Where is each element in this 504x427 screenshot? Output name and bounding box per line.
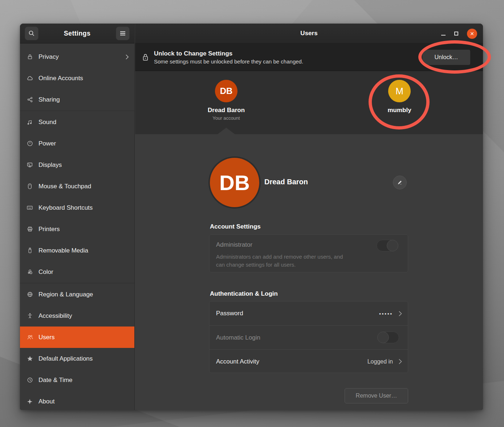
sidebar-item-about[interactable]: About	[20, 391, 134, 410]
color-icon	[26, 269, 34, 275]
sidebar-item-color[interactable]: Color	[20, 261, 134, 283]
automatic-login-toggle[interactable]	[377, 332, 399, 343]
password-row[interactable]: Password •••••	[210, 301, 408, 325]
account-activity-row[interactable]: Account Activity Logged in	[210, 349, 408, 373]
close-button[interactable]: ✕	[467, 29, 477, 39]
keyboard-icon	[26, 205, 34, 210]
user-carousel: DB Dread Baron Your account M mumbly	[135, 71, 483, 134]
sidebar-item-label: Printers	[38, 226, 129, 233]
sidebar-separator	[20, 283, 134, 283]
automatic-login-row: Automatic Login	[210, 325, 408, 349]
chevron-right-icon	[399, 359, 402, 364]
sidebar-item-label: Sound	[38, 119, 129, 126]
toggle-knob	[387, 240, 398, 251]
main-panel: Users ✕ Unlock to Change Settings Some s…	[135, 24, 483, 410]
sidebar-item-users[interactable]: Users	[20, 327, 134, 348]
administrator-toggle[interactable]	[377, 240, 398, 251]
sidebar-item-accessibility[interactable]: Accessibility	[20, 305, 134, 327]
avatar-initials: DB	[219, 171, 250, 195]
account-activity-label: Account Activity	[216, 358, 259, 365]
auth-login-card: Password ••••• Automatic Login Account	[209, 301, 408, 373]
profile-name: Dread Baron	[264, 178, 308, 186]
sidebar-item-label: Accessibility	[38, 312, 129, 320]
profile-avatar[interactable]: DB	[210, 158, 259, 207]
sidebar-item-mouse-touchpad[interactable]: Mouse & Touchpad	[20, 176, 134, 197]
sidebar-item-displays[interactable]: Displays	[20, 154, 134, 176]
sidebar-item-privacy[interactable]: Privacy	[20, 46, 134, 67]
search-button[interactable]	[25, 26, 38, 40]
automatic-login-label: Automatic Login	[216, 334, 260, 341]
avatar-initials: DB	[220, 86, 233, 96]
maximize-button[interactable]	[454, 32, 458, 36]
sidebar-item-online-accounts[interactable]: Online Accounts	[20, 67, 134, 89]
unlock-banner-title: Unlock to Change Settings	[154, 50, 416, 57]
mouse-icon	[26, 183, 34, 189]
sidebar-item-label: Keyboard Shortcuts	[38, 204, 129, 212]
password-dots: •••••	[379, 311, 393, 316]
sidebar-item-date-time[interactable]: Date & Time	[20, 369, 134, 391]
printer-icon	[26, 226, 34, 232]
chevron-right-icon	[126, 54, 129, 59]
sidebar-item-label: Power	[38, 140, 129, 147]
minimize-button[interactable]	[441, 32, 446, 36]
users-icon	[26, 334, 34, 340]
unlock-banner-subtitle: Some settings must be unlocked before th…	[154, 58, 416, 65]
accessibility-icon	[26, 313, 34, 319]
star-icon	[26, 356, 34, 362]
sidebar-item-label: Sharing	[38, 96, 129, 103]
toggle-knob	[377, 332, 389, 343]
account-activity-right: Logged in	[367, 350, 402, 373]
lock-icon	[26, 54, 34, 60]
sidebar-item-label: Removable Media	[38, 247, 129, 254]
sidebar-item-label: Displays	[38, 161, 129, 169]
user-name: mumbly	[387, 107, 411, 114]
settings-window: Settings Privacy	[20, 24, 483, 410]
user-subtitle: Your account	[212, 115, 240, 121]
pencil-icon	[397, 180, 403, 185]
power-icon	[26, 140, 34, 147]
avatar-initials: M	[395, 86, 403, 97]
usb-icon	[26, 247, 34, 254]
sidebar-item-removable-media[interactable]: Removable Media	[20, 240, 134, 261]
sidebar: Settings Privacy	[20, 24, 135, 410]
remove-user-button[interactable]: Remove User…	[345, 388, 408, 403]
user-name: Dread Baron	[208, 107, 245, 114]
maximize-icon	[454, 32, 458, 36]
unlock-button[interactable]: Unlock…	[422, 49, 471, 65]
clock-icon	[26, 377, 34, 383]
sound-icon	[26, 119, 34, 125]
user-dread-baron[interactable]: DB Dread Baron Your account	[194, 80, 259, 121]
sidebar-item-sound[interactable]: Sound	[20, 111, 134, 133]
app-title: Settings	[64, 30, 90, 37]
sidebar-item-label: Online Accounts	[38, 75, 129, 82]
administrator-description-line2: can change settings for all users.	[216, 261, 343, 269]
sidebar-item-sharing[interactable]: Sharing	[20, 89, 134, 110]
administrator-card: Administrator Administrators can add and…	[209, 234, 408, 272]
sidebar-item-keyboard-shortcuts[interactable]: Keyboard Shortcuts	[20, 197, 134, 218]
sidebar-item-default-applications[interactable]: Default Applications	[20, 348, 134, 369]
administrator-label: Administrator	[216, 241, 252, 249]
administrator-description: Administrators can add and remove other …	[216, 253, 343, 269]
account-settings-heading: Account Settings	[210, 223, 261, 230]
sidebar-header: Settings	[20, 24, 134, 44]
sidebar-item-label: Region & Language	[38, 291, 129, 298]
avatar: DB	[215, 80, 237, 102]
user-mumbly[interactable]: M mumbly	[367, 80, 432, 114]
minimize-icon	[441, 35, 446, 36]
share-icon	[26, 97, 34, 103]
sidebar-item-power[interactable]: Power	[20, 133, 134, 154]
unlock-banner: Unlock to Change Settings Some settings …	[135, 44, 483, 71]
sidebar-item-label: Default Applications	[38, 355, 129, 362]
auth-login-heading: Authentication & Login	[210, 290, 278, 297]
sidebar-item-printers[interactable]: Printers	[20, 218, 134, 240]
sidebar-item-label: Users	[38, 334, 129, 341]
edit-name-button[interactable]	[393, 176, 407, 189]
display-icon	[26, 162, 34, 168]
selected-user-pointer	[218, 128, 235, 134]
sidebar-item-region-language[interactable]: Region & Language	[20, 284, 134, 305]
menu-button[interactable]	[116, 26, 130, 40]
sidebar-item-label: Mouse & Touchpad	[38, 183, 129, 190]
sidebar-item-label: About	[38, 398, 129, 405]
administrator-description-line1: Administrators can add and remove other …	[216, 253, 343, 261]
sparkle-icon	[26, 399, 34, 405]
